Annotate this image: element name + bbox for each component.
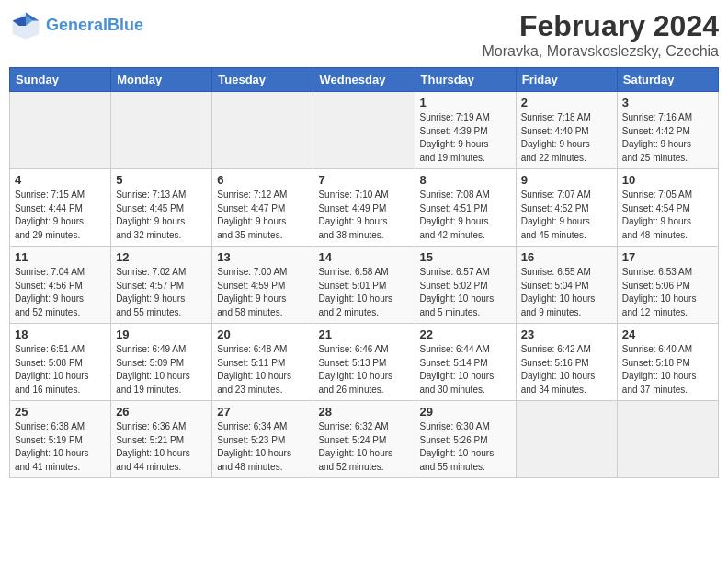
week-row-5: 25Sunrise: 6:38 AMSunset: 5:19 PMDayligh… xyxy=(10,401,719,478)
header-sunday: Sunday xyxy=(10,68,111,92)
page-header: GeneralBlue February 2024 Moravka, Morav… xyxy=(9,9,719,60)
day-number: 22 xyxy=(420,327,511,341)
calendar-title: February 2024 xyxy=(482,9,719,43)
day-info: Sunrise: 6:55 AMSunset: 5:04 PMDaylight:… xyxy=(521,266,612,319)
day-info: Sunrise: 7:04 AMSunset: 4:56 PMDaylight:… xyxy=(15,266,106,319)
header-wednesday: Wednesday xyxy=(313,68,415,92)
day-cell: 7Sunrise: 7:10 AMSunset: 4:49 PMDaylight… xyxy=(313,169,415,247)
day-cell: 24Sunrise: 6:40 AMSunset: 5:18 PMDayligh… xyxy=(617,324,718,401)
day-cell: 13Sunrise: 7:00 AMSunset: 4:59 PMDayligh… xyxy=(212,247,313,324)
day-number: 27 xyxy=(217,405,308,419)
day-number: 1 xyxy=(420,96,511,109)
day-number: 15 xyxy=(420,250,511,264)
day-number: 12 xyxy=(116,250,207,264)
title-block: February 2024 Moravka, Moravskoslezsky, … xyxy=(482,9,719,60)
day-info: Sunrise: 6:49 AMSunset: 5:09 PMDaylight:… xyxy=(116,343,207,396)
header-thursday: Thursday xyxy=(415,68,516,92)
logo-part1: General xyxy=(46,16,108,34)
day-cell: 20Sunrise: 6:48 AMSunset: 5:11 PMDayligh… xyxy=(212,324,313,401)
day-info: Sunrise: 6:48 AMSunset: 5:11 PMDaylight:… xyxy=(217,343,308,396)
day-cell: 12Sunrise: 7:02 AMSunset: 4:57 PMDayligh… xyxy=(111,247,212,324)
logo: GeneralBlue xyxy=(9,9,143,42)
day-number: 3 xyxy=(622,96,713,109)
day-cell: 3Sunrise: 7:16 AMSunset: 4:42 PMDaylight… xyxy=(617,92,718,169)
day-number: 25 xyxy=(15,405,106,419)
day-info: Sunrise: 7:16 AMSunset: 4:42 PMDaylight:… xyxy=(622,111,713,165)
day-info: Sunrise: 7:07 AMSunset: 4:52 PMDaylight:… xyxy=(521,189,612,242)
logo-part2: Blue xyxy=(108,16,143,34)
day-info: Sunrise: 7:10 AMSunset: 4:49 PMDaylight:… xyxy=(318,189,409,242)
week-row-2: 4Sunrise: 7:15 AMSunset: 4:44 PMDaylight… xyxy=(10,169,719,247)
day-cell: 22Sunrise: 6:44 AMSunset: 5:14 PMDayligh… xyxy=(415,324,516,401)
day-cell: 28Sunrise: 6:32 AMSunset: 5:24 PMDayligh… xyxy=(313,401,415,478)
day-number: 10 xyxy=(622,173,713,187)
day-cell: 2Sunrise: 7:18 AMSunset: 4:40 PMDaylight… xyxy=(516,92,617,169)
day-info: Sunrise: 6:30 AMSunset: 5:26 PMDaylight:… xyxy=(420,420,511,474)
day-number: 2 xyxy=(521,96,612,109)
day-cell: 16Sunrise: 6:55 AMSunset: 5:04 PMDayligh… xyxy=(516,247,617,324)
day-number: 23 xyxy=(521,327,612,341)
day-cell: 14Sunrise: 6:58 AMSunset: 5:01 PMDayligh… xyxy=(313,247,415,324)
day-info: Sunrise: 6:46 AMSunset: 5:13 PMDaylight:… xyxy=(318,343,409,396)
day-info: Sunrise: 6:32 AMSunset: 5:24 PMDaylight:… xyxy=(318,420,409,474)
day-number: 21 xyxy=(318,327,409,341)
calendar-header: SundayMondayTuesdayWednesdayThursdayFrid… xyxy=(10,68,719,92)
day-cell xyxy=(313,92,415,169)
day-cell: 29Sunrise: 6:30 AMSunset: 5:26 PMDayligh… xyxy=(415,401,516,478)
day-info: Sunrise: 6:38 AMSunset: 5:19 PMDaylight:… xyxy=(15,420,106,474)
logo-icon xyxy=(9,9,42,42)
header-monday: Monday xyxy=(111,68,212,92)
day-number: 13 xyxy=(217,250,308,264)
day-info: Sunrise: 6:42 AMSunset: 5:16 PMDaylight:… xyxy=(521,343,612,396)
day-info: Sunrise: 6:58 AMSunset: 5:01 PMDaylight:… xyxy=(318,266,409,319)
day-info: Sunrise: 7:12 AMSunset: 4:47 PMDaylight:… xyxy=(217,189,308,242)
day-cell: 11Sunrise: 7:04 AMSunset: 4:56 PMDayligh… xyxy=(10,247,111,324)
day-number: 11 xyxy=(15,250,106,264)
day-number: 9 xyxy=(521,173,612,187)
day-cell: 15Sunrise: 6:57 AMSunset: 5:02 PMDayligh… xyxy=(415,247,516,324)
day-info: Sunrise: 7:00 AMSunset: 4:59 PMDaylight:… xyxy=(217,266,308,319)
day-info: Sunrise: 6:40 AMSunset: 5:18 PMDaylight:… xyxy=(622,343,713,396)
day-cell: 25Sunrise: 6:38 AMSunset: 5:19 PMDayligh… xyxy=(10,401,111,478)
day-cell: 10Sunrise: 7:05 AMSunset: 4:54 PMDayligh… xyxy=(617,169,718,247)
day-cell: 17Sunrise: 6:53 AMSunset: 5:06 PMDayligh… xyxy=(617,247,718,324)
day-info: Sunrise: 6:36 AMSunset: 5:21 PMDaylight:… xyxy=(116,420,207,474)
day-info: Sunrise: 6:53 AMSunset: 5:06 PMDaylight:… xyxy=(622,266,713,319)
day-info: Sunrise: 7:05 AMSunset: 4:54 PMDaylight:… xyxy=(622,189,713,242)
day-cell: 1Sunrise: 7:19 AMSunset: 4:39 PMDaylight… xyxy=(415,92,516,169)
day-info: Sunrise: 6:44 AMSunset: 5:14 PMDaylight:… xyxy=(420,343,511,396)
day-number: 8 xyxy=(420,173,511,187)
day-number: 20 xyxy=(217,327,308,341)
day-number: 18 xyxy=(15,327,106,341)
day-cell: 19Sunrise: 6:49 AMSunset: 5:09 PMDayligh… xyxy=(111,324,212,401)
day-cell: 4Sunrise: 7:15 AMSunset: 4:44 PMDaylight… xyxy=(10,169,111,247)
day-number: 5 xyxy=(116,173,207,187)
day-info: Sunrise: 6:57 AMSunset: 5:02 PMDaylight:… xyxy=(420,266,511,319)
day-cell: 18Sunrise: 6:51 AMSunset: 5:08 PMDayligh… xyxy=(10,324,111,401)
header-row: SundayMondayTuesdayWednesdayThursdayFrid… xyxy=(10,68,719,92)
day-cell: 8Sunrise: 7:08 AMSunset: 4:51 PMDaylight… xyxy=(415,169,516,247)
day-cell: 6Sunrise: 7:12 AMSunset: 4:47 PMDaylight… xyxy=(212,169,313,247)
day-info: Sunrise: 6:34 AMSunset: 5:23 PMDaylight:… xyxy=(217,420,308,474)
day-number: 24 xyxy=(622,327,713,341)
day-number: 4 xyxy=(15,173,106,187)
day-cell xyxy=(516,401,617,478)
day-number: 26 xyxy=(116,405,207,419)
day-cell xyxy=(10,92,111,169)
day-cell xyxy=(617,401,718,478)
logo-text: GeneralBlue xyxy=(46,17,143,35)
day-cell: 23Sunrise: 6:42 AMSunset: 5:16 PMDayligh… xyxy=(516,324,617,401)
day-number: 28 xyxy=(318,405,409,419)
header-tuesday: Tuesday xyxy=(212,68,313,92)
day-info: Sunrise: 7:19 AMSunset: 4:39 PMDaylight:… xyxy=(420,111,511,165)
day-number: 7 xyxy=(318,173,409,187)
day-cell: 27Sunrise: 6:34 AMSunset: 5:23 PMDayligh… xyxy=(212,401,313,478)
week-row-1: 1Sunrise: 7:19 AMSunset: 4:39 PMDaylight… xyxy=(10,92,719,169)
day-cell xyxy=(111,92,212,169)
day-number: 29 xyxy=(420,405,511,419)
day-number: 6 xyxy=(217,173,308,187)
day-cell: 21Sunrise: 6:46 AMSunset: 5:13 PMDayligh… xyxy=(313,324,415,401)
day-cell xyxy=(212,92,313,169)
day-info: Sunrise: 7:13 AMSunset: 4:45 PMDaylight:… xyxy=(116,189,207,242)
day-number: 16 xyxy=(521,250,612,264)
